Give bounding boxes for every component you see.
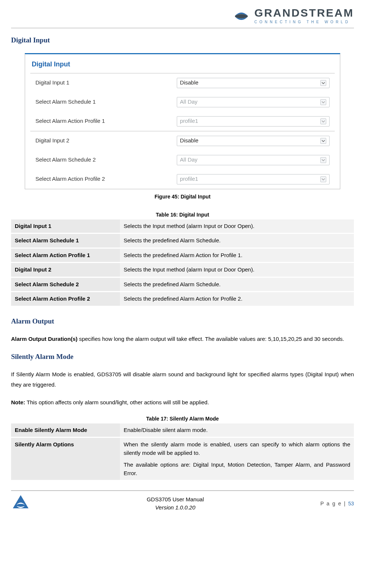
table-row: Digital Input 1Selects the Input method … bbox=[11, 219, 354, 234]
table-row: Select Alarm Action Profile 1Selects the… bbox=[11, 248, 354, 263]
table17-caption: Table 17: Silently Alarm Mode bbox=[11, 415, 354, 423]
chevron-down-icon bbox=[320, 80, 326, 86]
table-row: Silently Alarm Options When the silently… bbox=[11, 437, 354, 480]
cell-paragraph: When the silently alarm mode is enabled,… bbox=[124, 440, 350, 457]
table-cell-name: Digital Input 1 bbox=[11, 219, 120, 234]
heading-silently-alarm-mode: Silently Alarm Mode bbox=[11, 352, 354, 362]
header-rule bbox=[11, 28, 354, 28]
figure-group-1: Digital Input 1 Disable Select Alarm Sch… bbox=[30, 73, 335, 131]
table-row: Select Alarm Action Profile 2Selects the… bbox=[11, 292, 354, 306]
select-value: profile1 bbox=[180, 117, 198, 125]
select-alarm-action-profile-2[interactable]: profile1 bbox=[177, 174, 330, 184]
figure-caption: Figure 45: Digital Input bbox=[11, 193, 354, 201]
footer-version: Version 1.0.0.20 bbox=[30, 504, 320, 512]
fig-row: Digital Input 1 Disable bbox=[30, 73, 335, 93]
table-cell-name: Silently Alarm Options bbox=[11, 437, 120, 480]
fig-label: Select Alarm Schedule 1 bbox=[35, 98, 177, 106]
table-row: Enable Silently Alarm Mode Enable/Disabl… bbox=[11, 423, 354, 437]
select-alarm-schedule-1[interactable]: All Day bbox=[177, 97, 330, 107]
header-brand: GRANDSTREAM CONNECTING THE WORLD bbox=[11, 7, 354, 26]
chevron-down-icon bbox=[320, 118, 326, 124]
table-row: Select Alarm Schedule 1Selects the prede… bbox=[11, 234, 354, 248]
select-value: All Day bbox=[180, 98, 198, 106]
alarm-output-lead-rest: specifies how long the alarm output will… bbox=[78, 336, 344, 342]
table16-caption: Table 16: Digital Input bbox=[11, 211, 354, 219]
heading-alarm-output: Alarm Output bbox=[11, 316, 354, 327]
table-cell-desc: Selects the predefined Alarm Schedule. bbox=[120, 277, 354, 292]
select-value: profile1 bbox=[180, 175, 198, 183]
footer-page-number: 53 bbox=[348, 501, 354, 506]
cell-paragraph: Enable/Disable silent alarm mode. bbox=[124, 426, 350, 435]
fig-label: Select Alarm Action Profile 1 bbox=[35, 117, 177, 125]
table-digital-input: Digital Input 1Selects the Input method … bbox=[11, 219, 354, 306]
fig-label: Select Alarm Schedule 2 bbox=[35, 156, 177, 164]
fig-label: Digital Input 2 bbox=[35, 136, 177, 145]
table-cell-desc: Selects the Input method (alarm Input or… bbox=[120, 263, 354, 277]
select-value: Disable bbox=[180, 136, 199, 145]
alarm-output-lead-bold: Alarm Output Duration(s) bbox=[11, 336, 78, 342]
heading-digital-input: Digital Input bbox=[11, 35, 354, 46]
silently-paragraph-1: If Silently Alarm Mode is enabled, GDS37… bbox=[11, 369, 354, 390]
fig-label: Digital Input 1 bbox=[35, 79, 177, 87]
fig-row: Digital Input 2 Disable bbox=[30, 131, 335, 151]
fig-row: Select Alarm Schedule 2 All Day bbox=[30, 151, 335, 170]
table-cell-name: Select Alarm Action Profile 1 bbox=[11, 248, 120, 263]
footer-page-indicator: P a g e | 53 bbox=[320, 500, 354, 508]
cell-paragraph: The available options are: Digital Input… bbox=[124, 461, 350, 477]
select-digital-input-2[interactable]: Disable bbox=[177, 136, 330, 146]
chevron-down-icon bbox=[320, 157, 326, 163]
table-row: Digital Input 2Selects the Input method … bbox=[11, 263, 354, 277]
brand-name: GRANDSTREAM bbox=[254, 7, 354, 18]
select-alarm-schedule-2[interactable]: All Day bbox=[177, 155, 330, 165]
table-cell-desc: Selects the predefined Alarm Action for … bbox=[120, 292, 354, 306]
footer-logo-icon bbox=[11, 494, 30, 513]
fig-label: Select Alarm Action Profile 2 bbox=[35, 175, 177, 183]
figure-group-2: Digital Input 2 Disable Select Alarm Sch… bbox=[30, 131, 335, 189]
table-silently-alarm-mode: Enable Silently Alarm Mode Enable/Disabl… bbox=[11, 423, 354, 480]
chevron-down-icon bbox=[320, 99, 326, 105]
fig-row: Select Alarm Schedule 1 All Day bbox=[30, 93, 335, 112]
footer-rule bbox=[11, 490, 354, 491]
note-rest: This option affects only alarm sound/lig… bbox=[25, 399, 209, 405]
table-cell-desc: Selects the predefined Alarm Schedule. bbox=[120, 234, 354, 248]
table-cell-desc: Selects the Input method (alarm Input or… bbox=[120, 219, 354, 234]
table-cell-desc: When the silently alarm mode is enabled,… bbox=[120, 437, 354, 480]
figure-digital-input: Digital Input Digital Input 1 Disable Se… bbox=[25, 53, 340, 189]
table-cell-desc: Enable/Disable silent alarm mode. bbox=[120, 423, 354, 437]
fig-row: Select Alarm Action Profile 1 profile1 bbox=[30, 112, 335, 131]
table-cell-name: Select Alarm Schedule 1 bbox=[11, 234, 120, 248]
footer-page-label: P a g e | bbox=[320, 501, 348, 506]
table-cell-desc: Selects the predefined Alarm Action for … bbox=[120, 248, 354, 263]
table-cell-name: Digital Input 2 bbox=[11, 263, 120, 277]
page-footer: GDS3705 User Manual Version 1.0.0.20 P a… bbox=[11, 494, 354, 513]
select-alarm-action-profile-1[interactable]: profile1 bbox=[177, 116, 330, 127]
table-row: Select Alarm Schedule 2Selects the prede… bbox=[11, 277, 354, 292]
footer-title: GDS3705 User Manual bbox=[30, 495, 320, 504]
note-bold: Note: bbox=[11, 399, 25, 405]
select-value: All Day bbox=[180, 156, 198, 164]
fig-row: Select Alarm Action Profile 2 profile1 bbox=[30, 170, 335, 189]
select-digital-input-1[interactable]: Disable bbox=[177, 78, 330, 88]
alarm-output-paragraph: Alarm Output Duration(s) specifies how l… bbox=[11, 334, 354, 344]
chevron-down-icon bbox=[320, 176, 326, 182]
silently-note: Note: This option affects only alarm sou… bbox=[11, 397, 354, 408]
svg-marker-0 bbox=[13, 495, 28, 508]
table-cell-name: Enable Silently Alarm Mode bbox=[11, 423, 120, 437]
select-value: Disable bbox=[180, 79, 199, 87]
figure-panel-title: Digital Input bbox=[25, 54, 340, 73]
chevron-down-icon bbox=[320, 138, 326, 144]
brand-logo-icon bbox=[233, 8, 250, 25]
table-cell-name: Select Alarm Action Profile 2 bbox=[11, 292, 120, 306]
brand-tagline: CONNECTING THE WORLD bbox=[254, 19, 354, 25]
table-cell-name: Select Alarm Schedule 2 bbox=[11, 277, 120, 292]
